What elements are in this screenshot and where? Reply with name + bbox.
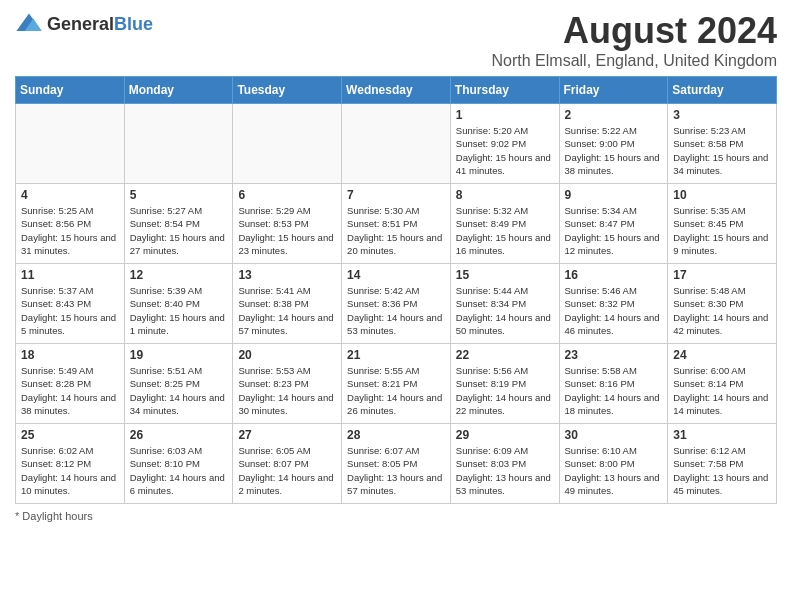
day-info: Sunrise: 6:05 AM Sunset: 8:07 PM Dayligh… (238, 444, 336, 497)
calendar-cell-w2d3: 6Sunrise: 5:29 AM Sunset: 8:53 PM Daylig… (233, 184, 342, 264)
col-thursday: Thursday (450, 77, 559, 104)
day-number: 17 (673, 268, 771, 282)
calendar-cell-w3d5: 15Sunrise: 5:44 AM Sunset: 8:34 PM Dayli… (450, 264, 559, 344)
day-number: 30 (565, 428, 663, 442)
day-info: Sunrise: 5:32 AM Sunset: 8:49 PM Dayligh… (456, 204, 554, 257)
day-info: Sunrise: 5:37 AM Sunset: 8:43 PM Dayligh… (21, 284, 119, 337)
calendar-cell-w1d6: 2Sunrise: 5:22 AM Sunset: 9:00 PM Daylig… (559, 104, 668, 184)
day-number: 5 (130, 188, 228, 202)
day-info: Sunrise: 5:55 AM Sunset: 8:21 PM Dayligh… (347, 364, 445, 417)
day-number: 18 (21, 348, 119, 362)
calendar-cell-w5d7: 31Sunrise: 6:12 AM Sunset: 7:58 PM Dayli… (668, 424, 777, 504)
calendar-week-3: 11Sunrise: 5:37 AM Sunset: 8:43 PM Dayli… (16, 264, 777, 344)
logo-text-general: General (47, 14, 114, 34)
calendar-cell-w1d4 (342, 104, 451, 184)
calendar-week-2: 4Sunrise: 5:25 AM Sunset: 8:56 PM Daylig… (16, 184, 777, 264)
day-info: Sunrise: 5:42 AM Sunset: 8:36 PM Dayligh… (347, 284, 445, 337)
day-number: 9 (565, 188, 663, 202)
calendar-cell-w3d1: 11Sunrise: 5:37 AM Sunset: 8:43 PM Dayli… (16, 264, 125, 344)
day-number: 21 (347, 348, 445, 362)
calendar-week-1: 1Sunrise: 5:20 AM Sunset: 9:02 PM Daylig… (16, 104, 777, 184)
col-monday: Monday (124, 77, 233, 104)
day-number: 3 (673, 108, 771, 122)
day-info: Sunrise: 5:48 AM Sunset: 8:30 PM Dayligh… (673, 284, 771, 337)
day-info: Sunrise: 5:34 AM Sunset: 8:47 PM Dayligh… (565, 204, 663, 257)
day-info: Sunrise: 5:39 AM Sunset: 8:40 PM Dayligh… (130, 284, 228, 337)
calendar-cell-w5d4: 28Sunrise: 6:07 AM Sunset: 8:05 PM Dayli… (342, 424, 451, 504)
day-number: 15 (456, 268, 554, 282)
day-number: 27 (238, 428, 336, 442)
day-info: Sunrise: 6:07 AM Sunset: 8:05 PM Dayligh… (347, 444, 445, 497)
day-info: Sunrise: 5:53 AM Sunset: 8:23 PM Dayligh… (238, 364, 336, 417)
calendar-cell-w2d6: 9Sunrise: 5:34 AM Sunset: 8:47 PM Daylig… (559, 184, 668, 264)
day-info: Sunrise: 5:29 AM Sunset: 8:53 PM Dayligh… (238, 204, 336, 257)
calendar-cell-w4d6: 23Sunrise: 5:58 AM Sunset: 8:16 PM Dayli… (559, 344, 668, 424)
day-info: Sunrise: 5:51 AM Sunset: 8:25 PM Dayligh… (130, 364, 228, 417)
day-number: 7 (347, 188, 445, 202)
day-info: Sunrise: 5:44 AM Sunset: 8:34 PM Dayligh… (456, 284, 554, 337)
header: GeneralBlue August 2024 North Elmsall, E… (15, 10, 777, 70)
calendar-cell-w1d1 (16, 104, 125, 184)
day-number: 26 (130, 428, 228, 442)
calendar-week-4: 18Sunrise: 5:49 AM Sunset: 8:28 PM Dayli… (16, 344, 777, 424)
calendar-cell-w2d1: 4Sunrise: 5:25 AM Sunset: 8:56 PM Daylig… (16, 184, 125, 264)
day-number: 14 (347, 268, 445, 282)
day-number: 28 (347, 428, 445, 442)
calendar-cell-w3d7: 17Sunrise: 5:48 AM Sunset: 8:30 PM Dayli… (668, 264, 777, 344)
calendar-table: Sunday Monday Tuesday Wednesday Thursday… (15, 76, 777, 504)
day-number: 2 (565, 108, 663, 122)
footer-text: Daylight hours (22, 510, 92, 522)
logo: GeneralBlue (15, 10, 153, 38)
location-subtitle: North Elmsall, England, United Kingdom (492, 52, 777, 70)
logo-text-blue: Blue (114, 14, 153, 34)
calendar-cell-w4d3: 20Sunrise: 5:53 AM Sunset: 8:23 PM Dayli… (233, 344, 342, 424)
day-info: Sunrise: 5:35 AM Sunset: 8:45 PM Dayligh… (673, 204, 771, 257)
day-number: 23 (565, 348, 663, 362)
calendar-cell-w2d7: 10Sunrise: 5:35 AM Sunset: 8:45 PM Dayli… (668, 184, 777, 264)
day-info: Sunrise: 5:27 AM Sunset: 8:54 PM Dayligh… (130, 204, 228, 257)
calendar-cell-w3d2: 12Sunrise: 5:39 AM Sunset: 8:40 PM Dayli… (124, 264, 233, 344)
calendar-cell-w3d4: 14Sunrise: 5:42 AM Sunset: 8:36 PM Dayli… (342, 264, 451, 344)
col-wednesday: Wednesday (342, 77, 451, 104)
calendar-cell-w4d1: 18Sunrise: 5:49 AM Sunset: 8:28 PM Dayli… (16, 344, 125, 424)
day-info: Sunrise: 5:41 AM Sunset: 8:38 PM Dayligh… (238, 284, 336, 337)
title-area: August 2024 North Elmsall, England, Unit… (492, 10, 777, 70)
day-number: 10 (673, 188, 771, 202)
day-info: Sunrise: 5:23 AM Sunset: 8:58 PM Dayligh… (673, 124, 771, 177)
calendar-cell-w1d2 (124, 104, 233, 184)
day-info: Sunrise: 5:25 AM Sunset: 8:56 PM Dayligh… (21, 204, 119, 257)
calendar-cell-w2d2: 5Sunrise: 5:27 AM Sunset: 8:54 PM Daylig… (124, 184, 233, 264)
month-year-title: August 2024 (492, 10, 777, 52)
day-number: 4 (21, 188, 119, 202)
day-number: 31 (673, 428, 771, 442)
day-info: Sunrise: 5:22 AM Sunset: 9:00 PM Dayligh… (565, 124, 663, 177)
day-number: 11 (21, 268, 119, 282)
day-info: Sunrise: 5:30 AM Sunset: 8:51 PM Dayligh… (347, 204, 445, 257)
day-info: Sunrise: 6:00 AM Sunset: 8:14 PM Dayligh… (673, 364, 771, 417)
day-info: Sunrise: 6:12 AM Sunset: 7:58 PM Dayligh… (673, 444, 771, 497)
day-number: 13 (238, 268, 336, 282)
day-number: 24 (673, 348, 771, 362)
calendar-cell-w3d6: 16Sunrise: 5:46 AM Sunset: 8:32 PM Dayli… (559, 264, 668, 344)
day-number: 8 (456, 188, 554, 202)
day-number: 12 (130, 268, 228, 282)
calendar-cell-w2d4: 7Sunrise: 5:30 AM Sunset: 8:51 PM Daylig… (342, 184, 451, 264)
calendar-cell-w4d5: 22Sunrise: 5:56 AM Sunset: 8:19 PM Dayli… (450, 344, 559, 424)
calendar-cell-w1d7: 3Sunrise: 5:23 AM Sunset: 8:58 PM Daylig… (668, 104, 777, 184)
day-info: Sunrise: 5:58 AM Sunset: 8:16 PM Dayligh… (565, 364, 663, 417)
calendar-cell-w4d4: 21Sunrise: 5:55 AM Sunset: 8:21 PM Dayli… (342, 344, 451, 424)
logo-icon (15, 10, 43, 38)
calendar-cell-w5d1: 25Sunrise: 6:02 AM Sunset: 8:12 PM Dayli… (16, 424, 125, 504)
day-number: 19 (130, 348, 228, 362)
footer-note: * Daylight hours (15, 510, 777, 522)
col-saturday: Saturday (668, 77, 777, 104)
calendar-cell-w5d3: 27Sunrise: 6:05 AM Sunset: 8:07 PM Dayli… (233, 424, 342, 504)
calendar-cell-w2d5: 8Sunrise: 5:32 AM Sunset: 8:49 PM Daylig… (450, 184, 559, 264)
calendar-cell-w4d7: 24Sunrise: 6:00 AM Sunset: 8:14 PM Dayli… (668, 344, 777, 424)
header-row: Sunday Monday Tuesday Wednesday Thursday… (16, 77, 777, 104)
day-number: 22 (456, 348, 554, 362)
calendar-cell-w5d5: 29Sunrise: 6:09 AM Sunset: 8:03 PM Dayli… (450, 424, 559, 504)
day-info: Sunrise: 6:03 AM Sunset: 8:10 PM Dayligh… (130, 444, 228, 497)
col-sunday: Sunday (16, 77, 125, 104)
calendar-cell-w1d5: 1Sunrise: 5:20 AM Sunset: 9:02 PM Daylig… (450, 104, 559, 184)
